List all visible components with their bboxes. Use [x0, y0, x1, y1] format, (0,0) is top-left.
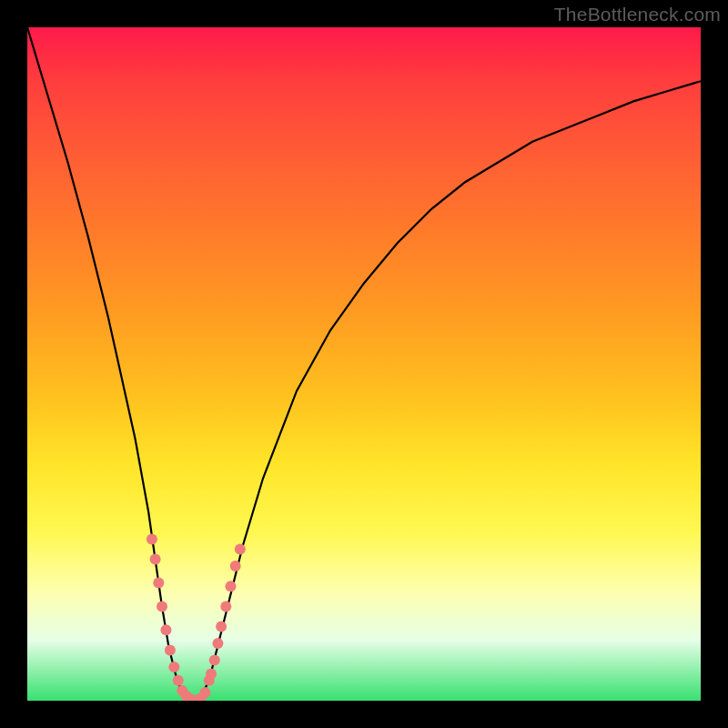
- curve-marker: [168, 662, 179, 672]
- curve-marker: [209, 655, 220, 666]
- bottleneck-curve: [27, 27, 701, 701]
- plot-area: [27, 27, 701, 701]
- chart-frame: TheBottleneck.com: [0, 0, 728, 728]
- curve-marker: [235, 544, 246, 555]
- curve-marker: [165, 645, 176, 656]
- curve-marker: [147, 533, 157, 544]
- curve-marker: [206, 668, 217, 679]
- curve-marker: [216, 622, 227, 632]
- curve-marker: [230, 561, 241, 571]
- curve-marker: [153, 578, 164, 589]
- curve-marker: [225, 581, 236, 592]
- curve-layer: [27, 27, 701, 701]
- curve-marker: [150, 554, 161, 565]
- curve-marker: [173, 675, 184, 686]
- curve-marker: [212, 638, 223, 649]
- marker-group: [147, 533, 246, 701]
- curve-marker: [157, 601, 167, 612]
- curve-marker: [160, 624, 171, 635]
- curve-marker: [220, 601, 231, 612]
- curve-marker: [199, 687, 210, 698]
- watermark-text: TheBottleneck.com: [554, 4, 721, 25]
